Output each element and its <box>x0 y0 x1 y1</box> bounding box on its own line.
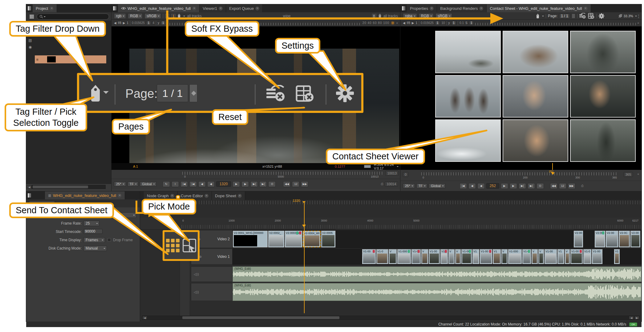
timeline-ruler[interactable]: 01000200030004000500060006217 <box>140 218 642 230</box>
tab-dope-sheet[interactable]: Dope Sheet✕ <box>212 191 245 200</box>
bin-monitor-icon[interactable]: ◉ <box>27 45 34 49</box>
channels-dropdown[interactable]: rgba <box>403 13 417 19</box>
track-lane-video1[interactable]: V1-00V1-0VV1-000V1-0VV1-00V1VVV1-00V1V1-… <box>233 249 642 265</box>
settings-gear-icon[interactable] <box>336 84 354 102</box>
timeline-clip[interactable]: V1-000 <box>508 249 522 264</box>
page-spinner[interactable] <box>572 14 575 18</box>
contact-sheet-view[interactable] <box>400 26 642 170</box>
close-icon[interactable]: ✕ <box>170 194 174 198</box>
timeline-clip[interactable]: V2-0004_WH <box>303 231 321 247</box>
range-dropdown[interactable]: Global <box>140 182 156 186</box>
range-out-field[interactable]: 365 <box>624 172 633 177</box>
timeline-clip[interactable]: V1-0 <box>522 249 531 264</box>
contact-sheet-thumbnail[interactable] <box>503 119 568 162</box>
settings-gear-icon[interactable] <box>599 13 604 19</box>
input-a-button[interactable]: A <box>165 14 169 18</box>
bin-item-sequence-selected[interactable]: ≣ <box>35 55 106 63</box>
transport-button[interactable]: ▶| <box>519 183 526 189</box>
clip-tag-icon[interactable] <box>528 250 530 253</box>
timeline-clip[interactable]: V2-0001_WHG.[000000 <box>233 231 268 247</box>
reset-icon[interactable] <box>295 85 315 102</box>
expand-icon[interactable]: » <box>637 21 639 25</box>
timeline-clip[interactable]: V <box>501 249 508 264</box>
start-timecode-field[interactable]: 90000 <box>83 229 103 234</box>
display-dropdown[interactable]: RGB <box>419 13 434 19</box>
tag-filter-icon[interactable] <box>89 84 102 102</box>
flag-icon[interactable]: ⎙ <box>381 182 383 186</box>
transport-button[interactable]: ▶| <box>250 181 258 187</box>
current-frame-field[interactable]: 252 <box>486 183 499 189</box>
timeline-clip[interactable]: V2-00 <box>574 231 583 247</box>
tag-filter-dropdown-icon[interactable] <box>103 91 109 97</box>
saturation-input[interactable]: 1 <box>469 21 474 25</box>
tab-project[interactable]: Project✕ <box>33 4 57 12</box>
transport-button[interactable]: ◀◀ <box>550 183 557 189</box>
clip-tag-icon[interactable] <box>580 250 582 253</box>
transport-button[interactable]: ◀ <box>198 181 206 187</box>
playhead-marker[interactable] <box>551 172 555 177</box>
transport-button[interactable]: ▶ <box>510 183 517 189</box>
timeline-clip[interactable]: V1 <box>493 249 501 264</box>
panel-handle-icon[interactable] <box>113 6 117 11</box>
page-spinner[interactable] <box>189 84 197 102</box>
time-display-dropdown[interactable]: Frames <box>83 237 105 243</box>
audio-track-2[interactable] <box>233 283 642 301</box>
timeline-clip[interactable]: V <box>421 249 428 264</box>
transport-button[interactable]: ▶ <box>501 183 508 189</box>
close-icon[interactable]: ✕ <box>479 6 483 10</box>
timeline-clip[interactable]: V <box>538 249 544 264</box>
track-header-audio1[interactable]: ◁)) <box>191 266 233 282</box>
transport-button[interactable]: |◀ <box>189 181 197 187</box>
scroll-right-icon[interactable]: ▶ <box>634 316 639 319</box>
contact-sheet-thumbnail[interactable] <box>435 31 501 73</box>
bin-list-icon[interactable]: ▤ <box>27 38 34 42</box>
timeline-clip[interactable]: V <box>389 249 397 264</box>
transport-button[interactable]: ◀ <box>477 183 485 189</box>
transport-button[interactable]: ▶ <box>233 181 240 187</box>
disk-caching-dropdown[interactable]: Manual <box>83 246 107 251</box>
next-icon[interactable]: ▶ <box>123 21 125 25</box>
gain-input[interactable]: 1 <box>435 21 440 25</box>
tab-viewer1[interactable]: Viewer1✕ <box>200 4 226 12</box>
track-header-audio2[interactable]: ◁)) <box>191 283 233 301</box>
close-icon[interactable]: ✕ <box>430 6 434 10</box>
timeline-clip[interactable]: V <box>448 249 455 264</box>
wipe-label[interactable]: wipe <box>283 14 291 18</box>
transport-button[interactable]: ▶| <box>528 183 535 189</box>
tab-sequence-viewer[interactable]: WHG_edit_nuke_feature_video_full✕ <box>118 4 200 12</box>
timeline-clip[interactable]: V1-00 <box>545 249 557 264</box>
timeline-h-scrollbar[interactable]: ◀ ◀ ▶ <box>142 316 640 320</box>
scroll-left-icon[interactable]: ◀ <box>629 316 634 319</box>
panel-handle-icon[interactable] <box>402 6 406 11</box>
contact-sheet-thumbnail[interactable] <box>570 31 636 73</box>
search-filter-dropdown-icon[interactable] <box>44 16 46 18</box>
tf-dropdown[interactable]: TF <box>416 183 427 188</box>
transport-button[interactable]: ▶▶ <box>568 183 575 189</box>
clip-tag-icon[interactable] <box>445 250 447 253</box>
zoom-fit-icon[interactable] <box>618 14 622 18</box>
transport-button[interactable]: ◀ <box>468 183 476 189</box>
panel-handle-icon[interactable] <box>27 193 31 198</box>
transport-button[interactable]: ◀◀ <box>283 181 290 187</box>
transport-button[interactable]: |◀ <box>180 181 188 187</box>
expand-icon[interactable]: » <box>396 21 398 25</box>
tab-contact-sheet[interactable]: Contact Sheet - WHG_edit_nuke_feature_vi… <box>487 4 591 12</box>
clip-tag-icon[interactable] <box>296 231 298 234</box>
timeline-mini-ruler[interactable] <box>182 201 642 204</box>
current-frame-field[interactable]: 1320 <box>216 181 231 187</box>
viewer-timeline-ruler[interactable]: 0 5000 10013 10013 <box>111 170 400 179</box>
tab-export-queue[interactable]: Export Queue✕ <box>226 4 263 12</box>
frame-rate-dropdown[interactable]: 25 <box>83 221 99 226</box>
contact-timeline-ruler[interactable]: 0 0 200 300 365 252 365 « <box>400 170 642 181</box>
timeline-clip[interactable]: V2-00 <box>630 231 640 247</box>
tag-dropdown-icon[interactable] <box>183 16 185 18</box>
tab-sequence-editor[interactable]: ≣WHG_edit_nuke_feature_video_full✕ <box>45 191 125 199</box>
audio-track-1[interactable] <box>233 266 642 282</box>
duration-field[interactable]: 10014 <box>385 182 398 186</box>
page-field[interactable]: 1 / 1 <box>157 84 188 102</box>
transport-button[interactable]: 12 <box>559 183 566 189</box>
tf-dropdown[interactable]: TF <box>128 182 138 186</box>
tag-filter-icon[interactable] <box>536 14 540 18</box>
flag-icon[interactable]: ⎙ <box>581 184 584 188</box>
transport-button[interactable]: ▶| <box>259 181 267 187</box>
